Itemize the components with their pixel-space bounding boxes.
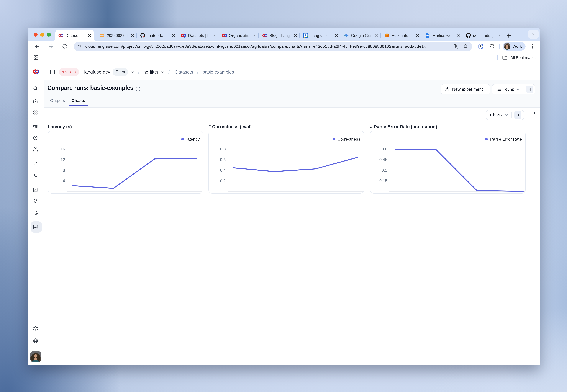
svg-text:0.45: 0.45 [379, 157, 387, 162]
svg-text:0.4: 0.4 [220, 168, 226, 173]
svg-text:8: 8 [63, 168, 65, 173]
svg-text:6: 6 [305, 34, 306, 37]
svg-text:0.8: 0.8 [220, 147, 226, 151]
svg-text:4: 4 [63, 179, 65, 183]
svg-text:0.6: 0.6 [382, 147, 387, 151]
svg-text:0.2: 0.2 [220, 179, 226, 183]
svg-text:0.15: 0.15 [379, 179, 387, 183]
svg-text:12: 12 [60, 157, 65, 162]
svg-text:16: 16 [60, 147, 65, 151]
svg-text:0.6: 0.6 [220, 157, 226, 162]
svg-text:0.3: 0.3 [382, 168, 387, 173]
